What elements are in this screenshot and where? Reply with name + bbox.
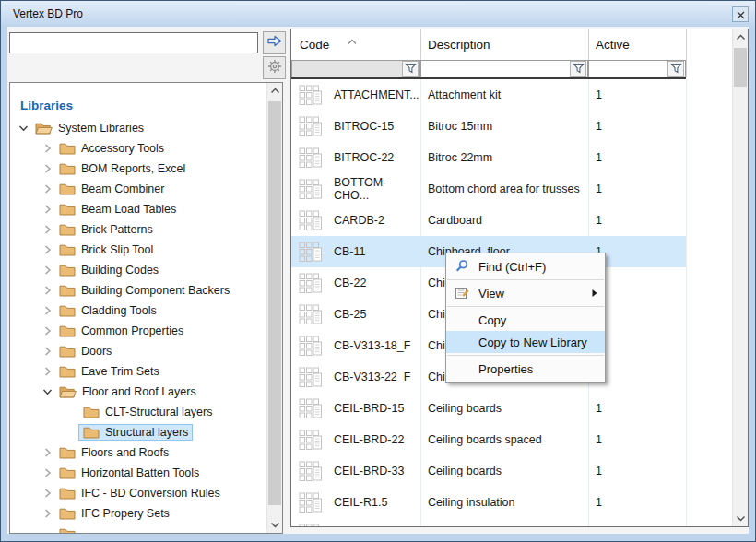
filter-field-code[interactable] — [291, 60, 420, 77]
tree-item-eave-trim-sets[interactable]: Eave Trim Sets — [10, 361, 266, 382]
tree-item-clt-structural-layers[interactable]: CLT-Structural layers — [10, 402, 266, 422]
table-row-bitroc-15[interactable]: BITROC-15Bitroc 15mm1 — [291, 111, 732, 142]
table-scroll-up-icon[interactable] — [733, 29, 748, 45]
tree-item-partial[interactable] — [10, 524, 266, 533]
chevron-right-icon[interactable] — [40, 448, 55, 457]
cell-description: Ceiling insulation — [428, 496, 515, 509]
tree-item-doors[interactable]: Doors — [10, 341, 266, 361]
column-header-description[interactable]: Description — [428, 38, 490, 52]
tree-item-horizontal-batten-tools[interactable]: Horizontal Batten Tools — [10, 463, 266, 483]
filter-button-description[interactable] — [570, 61, 586, 77]
chevron-right-icon[interactable] — [40, 489, 55, 498]
folder-icon — [59, 365, 76, 378]
tree-scroll-up-icon[interactable] — [267, 83, 282, 99]
cell-code: BITROC-22 — [334, 151, 394, 164]
tree-item-label: BOM Reports, Excel — [81, 162, 185, 175]
chevron-right-icon[interactable] — [40, 205, 55, 214]
tree-item-bom-reports-excel[interactable]: BOM Reports, Excel — [10, 159, 266, 179]
table-row-ceil-brd-22[interactable]: CEIL-BRD-22Ceiling boards spaced1 — [291, 424, 732, 455]
chevron-right-icon[interactable] — [40, 326, 55, 336]
tree-item-ifc-bd-conversion-rules[interactable]: IFC - BD Conversion Rules — [10, 483, 266, 503]
chevron-right-icon[interactable] — [40, 306, 55, 315]
tree-item-beam-combiner[interactable]: Beam Combiner — [10, 179, 266, 199]
cell-active: 1 — [596, 214, 602, 227]
cell-active: 1 — [596, 183, 602, 195]
tree-item-building-component-backers[interactable]: Building Component Backers — [10, 280, 266, 300]
chevron-right-icon[interactable] — [40, 265, 55, 275]
table-row-ceil-brd-15[interactable]: CEIL-BRD-15Ceiling boards1 — [291, 393, 732, 424]
menu-item-properties[interactable]: Properties — [446, 358, 605, 380]
cell-filler — [686, 79, 732, 111]
chevron-right-icon[interactable] — [40, 367, 55, 376]
tree-item-brick-slip-tool[interactable]: Brick Slip Tool — [10, 240, 266, 260]
folder-icon — [59, 142, 76, 155]
tree-scroll-down-icon[interactable] — [267, 517, 282, 533]
menu-item-find-ctrl-f[interactable]: Find (Ctrl+F) — [446, 255, 605, 277]
menu-item-copy-to-new-library[interactable]: Copy to New Library — [446, 331, 605, 353]
filter-button-active[interactable] — [667, 61, 684, 77]
tree-item-floors-and-roofs[interactable]: Floors and Roofs — [10, 442, 266, 463]
table-row-ceil-brd-33[interactable]: CEIL-BRD-33Ceiling boards1 — [291, 455, 732, 487]
table-row-ceil-r1-5[interactable]: CEIL-R1.5Ceiling insulation1 — [291, 487, 732, 518]
search-go-button[interactable] — [263, 31, 286, 54]
cell-code: CEIL-BRD-33 — [334, 465, 404, 477]
tree-item-system-libraries[interactable]: System Libraries — [10, 118, 266, 138]
submenu-arrow-icon — [592, 289, 597, 298]
table-scroll-thumb[interactable] — [734, 48, 747, 87]
tree-scrollbar[interactable] — [266, 83, 282, 533]
menu-item-copy[interactable]: Copy — [446, 309, 605, 331]
cell-filler — [686, 142, 732, 173]
tree-item-floor-and-roof-layers[interactable]: Floor and Roof Layers — [10, 382, 266, 402]
component-grid-icon — [299, 524, 323, 526]
tree-scroll-thumb[interactable] — [268, 101, 281, 505]
open-folder-icon — [59, 385, 77, 398]
filter-field-description[interactable] — [420, 60, 588, 77]
search-input[interactable] — [9, 32, 258, 53]
tree-item-beam-load-tables[interactable]: Beam Load Tables — [10, 199, 266, 219]
table-row-bottom-cho[interactable]: BOTTOM-CHO...Bottom chord area for truss… — [291, 173, 732, 205]
chevron-right-icon[interactable] — [40, 225, 55, 234]
tree-item-accessory-tools[interactable]: Accessory Tools — [10, 138, 266, 159]
column-header-code[interactable]: Code — [300, 38, 329, 52]
chevron-right-icon[interactable] — [40, 286, 55, 295]
component-grid-icon — [299, 336, 323, 356]
cell-code: CEIL-BRD-15 — [334, 402, 404, 415]
table-row-ceil-r2-5[interactable]: CEIL-R2.5Ceiling insulation1 — [291, 518, 732, 526]
tree-item-structural-layers[interactable]: Structural layers — [10, 422, 266, 442]
settings-button[interactable] — [263, 56, 286, 79]
cell-description: Bottom chord area for trusses — [428, 183, 580, 195]
table-row-bitroc-22[interactable]: BITROC-22Bitroc 22mm1 — [291, 142, 732, 173]
chevron-right-icon[interactable] — [40, 164, 55, 173]
chevron-right-icon[interactable] — [40, 347, 55, 356]
menu-item-label: View — [478, 287, 504, 300]
filter-field-active[interactable] — [588, 60, 686, 77]
table-scroll-down-icon[interactable] — [733, 511, 748, 526]
tree-item-label: Floor and Roof Layers — [82, 385, 196, 398]
tree-item-cladding-tools[interactable]: Cladding Tools — [10, 300, 266, 321]
cell-description: Bitroc 22mm — [428, 151, 492, 164]
chevron-right-icon[interactable] — [40, 509, 55, 518]
folder-icon — [59, 324, 76, 337]
tree-item-common-properties[interactable]: Common Properties — [10, 321, 266, 341]
close-button[interactable] — [732, 6, 749, 22]
folder-icon — [59, 223, 76, 236]
chevron-down-icon[interactable] — [16, 124, 31, 133]
filter-button-code[interactable] — [402, 61, 419, 77]
folder-icon — [59, 183, 76, 195]
chevron-down-icon[interactable] — [40, 387, 55, 396]
table-row-cardb-2[interactable]: CARDB-2Cardboard1 — [291, 205, 732, 236]
tree-item-building-codes[interactable]: Building Codes — [10, 260, 266, 280]
table-row-attachment[interactable]: ATTACHMENT...Attachment kit1 — [291, 79, 732, 111]
chevron-right-icon[interactable] — [40, 184, 55, 194]
menu-item-view[interactable]: View — [446, 282, 605, 304]
table-scrollbar[interactable] — [732, 29, 748, 526]
tree-item-brick-patterns[interactable]: Brick Patterns — [10, 219, 266, 240]
chevron-right-icon[interactable] — [40, 245, 55, 254]
funnel-icon — [405, 61, 417, 77]
cell-code: CEIL-R1.5 — [334, 496, 387, 509]
chevron-right-icon[interactable] — [40, 468, 55, 477]
cell-code: CARDB-2 — [334, 214, 384, 227]
chevron-right-icon[interactable] — [40, 144, 55, 153]
tree-item-ifc-propery-sets[interactable]: IFC Propery Sets — [10, 503, 266, 524]
column-header-active[interactable]: Active — [596, 38, 630, 52]
